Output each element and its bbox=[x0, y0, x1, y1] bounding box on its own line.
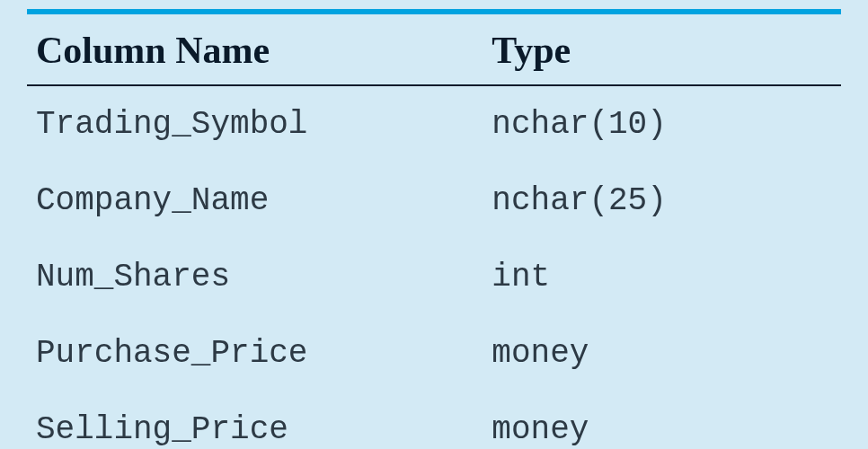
table-header-row: Column Name Type bbox=[27, 12, 841, 85]
table-row: Selling_Price money bbox=[27, 392, 841, 449]
header-column-name: Column Name bbox=[27, 12, 483, 85]
table-row: Purchase_Price money bbox=[27, 315, 841, 392]
cell-column-name: Purchase_Price bbox=[27, 315, 483, 392]
header-column-type: Type bbox=[483, 12, 841, 85]
cell-column-type: money bbox=[483, 392, 841, 449]
table-row: Num_Shares int bbox=[27, 239, 841, 315]
cell-column-type: nchar(25) bbox=[483, 163, 841, 239]
cell-column-type: money bbox=[483, 315, 841, 392]
cell-column-type: nchar(10) bbox=[483, 85, 841, 163]
cell-column-type: int bbox=[483, 239, 841, 315]
table-row: Trading_Symbol nchar(10) bbox=[27, 85, 841, 163]
cell-column-name: Company_Name bbox=[27, 163, 483, 239]
cell-column-name: Num_Shares bbox=[27, 239, 483, 315]
cell-column-name: Trading_Symbol bbox=[27, 85, 483, 163]
schema-table: Column Name Type Trading_Symbol nchar(10… bbox=[27, 9, 841, 449]
cell-column-name: Selling_Price bbox=[27, 392, 483, 449]
table-row: Company_Name nchar(25) bbox=[27, 163, 841, 239]
